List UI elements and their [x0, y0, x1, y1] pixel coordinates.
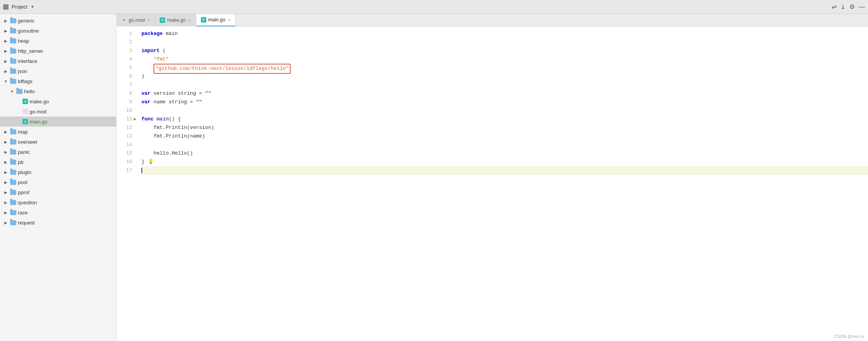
tree-item-plugin[interactable]: ▶plugin: [0, 167, 116, 177]
tab-go-mod[interactable]: Mgo.mod×: [117, 14, 155, 26]
line-number-16: 16: [117, 158, 132, 166]
folder-icon: [10, 220, 16, 225]
code-line-13: fmt.Println(name): [141, 132, 868, 141]
tree-label: heap: [18, 38, 113, 44]
tree-label: map: [18, 129, 113, 135]
collapse-icon[interactable]: ⤓: [840, 3, 845, 10]
mod-tab-icon: M: [121, 17, 127, 23]
tree-arrow-icon: ▶: [3, 180, 9, 184]
folder-icon: [16, 89, 23, 94]
tree-label: hello: [24, 89, 113, 94]
balance-icon[interactable]: ⇌: [831, 3, 837, 10]
tree-item-panic[interactable]: ▶panic: [0, 147, 116, 157]
code-line-17: [141, 166, 868, 175]
line-numbers: 1234567891011121314151617: [117, 26, 135, 341]
tab-main-go[interactable]: Gmain.go×: [196, 14, 236, 26]
code-line-3: import (: [141, 47, 868, 55]
tree-item-heap[interactable]: ▶heap: [0, 36, 116, 46]
tree-label: http_server: [18, 48, 113, 54]
go-file-icon: G: [23, 99, 28, 104]
code-line-9: var name string = "": [141, 98, 868, 106]
title-bar-actions: ⇌ ⤓ ⚙ —: [831, 3, 865, 10]
go-tab-icon: G: [201, 17, 206, 23]
code-line-2: [141, 38, 868, 47]
tree-item-question[interactable]: ▶question: [0, 197, 116, 207]
tree-arrow-icon: ▼: [3, 79, 9, 84]
tree-label: generic: [18, 18, 113, 24]
code-line-14: [141, 141, 868, 149]
tree-item-goroutine[interactable]: ▶goroutine: [0, 26, 116, 36]
tree-arrow-icon: ▶: [3, 200, 9, 205]
tree-item-main-go[interactable]: Gmain.go: [0, 117, 116, 127]
tab-label-make-go: make.go: [167, 17, 186, 23]
folder-icon: [10, 69, 16, 74]
tree-item-pprof[interactable]: ▶pprof: [0, 187, 116, 197]
dropdown-arrow-icon[interactable]: ▼: [30, 5, 34, 9]
tree-arrow-icon: ▶: [3, 69, 9, 73]
tree-arrow-icon: ▶: [3, 160, 9, 164]
line-number-1: 1: [117, 30, 132, 38]
tree-label: ldflags: [18, 78, 113, 84]
tree-item-hello[interactable]: ▼hello: [0, 86, 116, 96]
run-icon[interactable]: ▶: [134, 115, 136, 124]
tab-close-main-go[interactable]: ×: [228, 17, 230, 22]
tab-label-go-mod: go.mod: [129, 17, 145, 23]
tree-label: pprof: [18, 190, 113, 195]
code-line-11: ▶func main() {: [141, 115, 868, 124]
line-number-10: 10: [117, 106, 132, 115]
tab-close-go-mod[interactable]: ×: [148, 18, 150, 23]
tree-item-interface[interactable]: ▶interface: [0, 56, 116, 66]
go-tab-icon: G: [160, 17, 165, 23]
tree-label: pool: [18, 179, 113, 185]
line-number-3: 3: [117, 47, 132, 55]
line-number-2: 2: [117, 38, 132, 47]
minimize-icon[interactable]: —: [859, 3, 865, 10]
line-number-13: 13: [117, 132, 132, 141]
go-file-icon: G: [23, 119, 28, 124]
tree-item-go-mod[interactable]: go.mod: [0, 106, 116, 117]
code-area[interactable]: package mainimport ( "fmt" "github.com/t…: [135, 26, 868, 341]
line-number-12: 12: [117, 124, 132, 132]
tree-arrow-icon: ▶: [3, 130, 9, 134]
tree-label: overseer: [18, 139, 113, 145]
tree-item-overseer[interactable]: ▶overseer: [0, 137, 116, 147]
tree-item-json[interactable]: ▶json: [0, 66, 116, 76]
tree-item-pool[interactable]: ▶pool: [0, 177, 116, 187]
tab-label-main-go: main.go: [208, 17, 225, 23]
line-number-8: 8: [117, 89, 132, 98]
main-layout: ▶generic▶goroutine▶heap▶http_server▶inte…: [0, 14, 868, 341]
code-line-7: [141, 81, 868, 89]
tree-item-request[interactable]: ▶request: [0, 217, 116, 228]
tree-item-pb[interactable]: ▶pb: [0, 157, 116, 167]
line-number-15: 15: [117, 149, 132, 158]
tab-bar: Mgo.mod×Gmake.go×Gmain.go×: [117, 14, 868, 26]
tree-label: interface: [18, 58, 113, 64]
tab-close-make-go[interactable]: ×: [188, 18, 191, 23]
line-number-14: 14: [117, 141, 132, 149]
tree-label: go.mod: [30, 109, 113, 115]
title-bar: Project ▼ ⇌ ⤓ ⚙ —: [0, 0, 868, 14]
tree-item-race[interactable]: ▶race: [0, 207, 116, 217]
line-number-6: 6: [117, 72, 132, 81]
tree-label: plugin: [18, 169, 113, 175]
tree-item-generic[interactable]: ▶generic: [0, 16, 116, 26]
tree-item-map[interactable]: ▶map: [0, 127, 116, 137]
tree-arrow-icon: ▶: [3, 190, 9, 195]
folder-icon: [10, 139, 16, 144]
folder-icon: [10, 79, 16, 84]
tree-item-http_server[interactable]: ▶http_server: [0, 46, 116, 56]
tree-label: request: [18, 220, 113, 226]
folder-icon: [10, 160, 16, 165]
tree-item-make-go[interactable]: Gmake.go: [0, 96, 116, 106]
line-number-5: 5: [117, 64, 132, 72]
folder-icon: [10, 200, 16, 205]
folder-icon: [10, 28, 16, 33]
mod-file-icon: [23, 109, 28, 114]
tree-arrow-icon: ▶: [3, 29, 9, 33]
tree-item-ldflags[interactable]: ▼ldflags: [0, 76, 116, 86]
tree-arrow-icon: ▶: [3, 49, 9, 53]
code-line-1: package main: [141, 30, 868, 38]
settings-icon[interactable]: ⚙: [849, 3, 855, 10]
tab-make-go[interactable]: Gmake.go×: [155, 14, 196, 26]
editor-content[interactable]: 1234567891011121314151617 package mainim…: [117, 26, 868, 341]
